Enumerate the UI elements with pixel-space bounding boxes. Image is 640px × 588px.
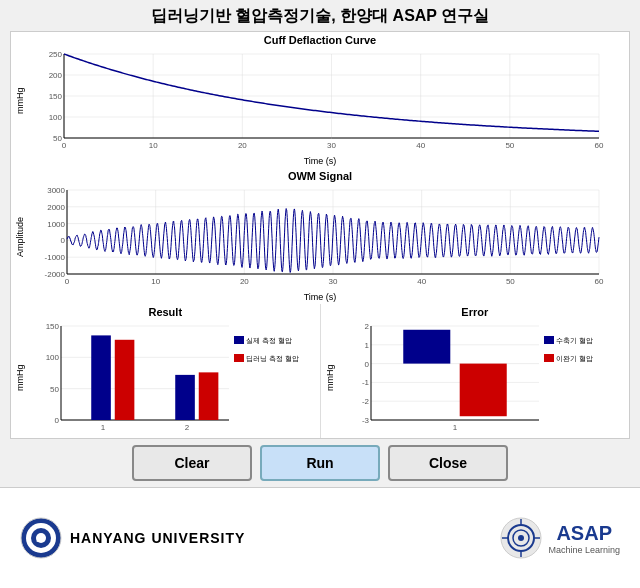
owm-x-label: Time (s)	[11, 292, 629, 304]
cuff-y-label: mmHg	[11, 46, 29, 156]
main-container: 딥러닝기반 혈압측정기술, 한양대 ASAP 연구실 Cuff Deflacti…	[0, 0, 640, 588]
error-chart: Error mmHg	[321, 304, 630, 438]
owm-chart-section: OWM Signal Amplitude Time (s)	[11, 168, 629, 304]
result-chart: Result mmHg	[11, 304, 321, 438]
run-button[interactable]: Run	[260, 445, 380, 481]
result-y-label: mmHg	[11, 318, 29, 438]
university-name: HANYANG UNIVERSITY	[70, 530, 245, 546]
close-button[interactable]: Close	[388, 445, 508, 481]
error-y-label: mmHg	[321, 318, 339, 438]
svg-point-8	[518, 535, 524, 541]
owm-chart-plot	[29, 182, 629, 292]
asap-logo-icon	[499, 517, 544, 559]
page-title: 딥러닝기반 혈압측정기술, 한양대 ASAP 연구실	[151, 6, 489, 27]
bottom-section: Result mmHg Error mmHg	[10, 304, 630, 439]
owm-y-label: Amplitude	[11, 182, 29, 292]
buttons-row: Clear Run Close	[0, 445, 640, 481]
svg-text:HY: HY	[36, 536, 46, 543]
owm-chart-title: OWM Signal	[11, 168, 629, 182]
cuff-x-label: Time (s)	[11, 156, 629, 168]
cuff-chart-plot	[29, 46, 629, 156]
footer: HY HANYANG UNIVERSITY ASAP Machine Learn…	[0, 487, 640, 588]
result-chart-plot	[29, 318, 320, 438]
clear-button[interactable]: Clear	[132, 445, 252, 481]
result-chart-title: Result	[11, 304, 320, 318]
footer-left: HY HANYANG UNIVERSITY	[20, 517, 245, 559]
cuff-chart-title: Cuff Deflaction Curve	[11, 32, 629, 46]
error-chart-plot	[339, 318, 630, 438]
cuff-chart-section: Cuff Deflaction Curve mmHg Time (s)	[11, 32, 629, 168]
footer-right: ASAP Machine Learning	[499, 517, 620, 559]
hanyang-logo-icon: HY	[20, 517, 62, 559]
asap-sub: Machine Learning	[548, 545, 620, 555]
error-chart-title: Error	[321, 304, 630, 318]
asap-label: ASAP	[556, 522, 612, 545]
